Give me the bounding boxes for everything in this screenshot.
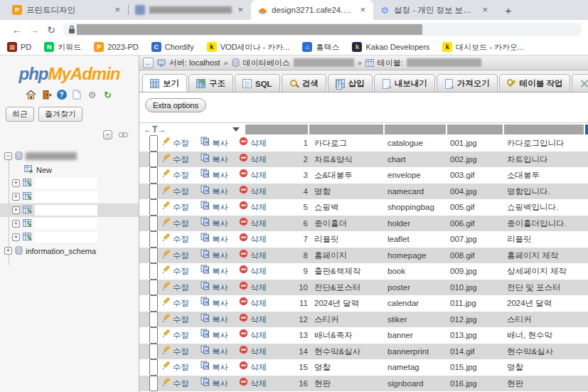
expand-node-icon[interactable]: + [12, 206, 20, 214]
reload-icon[interactable]: ↻ [43, 24, 60, 36]
delete-row-link[interactable]: 삭제 [239, 135, 267, 152]
phpmyadmin-logo[interactable]: phpMyAdmin [0, 64, 139, 84]
tree-table-node[interactable]: + [0, 231, 139, 244]
row-checkbox[interactable] [149, 376, 158, 392]
delete-row-link[interactable]: 삭제 [239, 184, 267, 200]
copy-row-link[interactable]: 복사 [201, 327, 228, 344]
docs-icon[interactable] [71, 89, 82, 100]
edit-row-link[interactable]: 수정 [161, 152, 189, 168]
delete-row-link[interactable]: 삭제 [239, 344, 267, 360]
copy-row-link[interactable]: 복사 [201, 216, 228, 232]
delete-row-link[interactable]: 삭제 [239, 167, 267, 184]
close-tab-icon[interactable]: × [481, 6, 489, 14]
expand-node-icon[interactable]: + [12, 179, 20, 187]
pma-tab-operations[interactable]: 테이블 작업 [499, 74, 571, 92]
delete-row-link[interactable]: 삭제 [239, 295, 267, 312]
row-checkbox[interactable] [149, 327, 158, 344]
collapse-node-icon[interactable]: − [4, 152, 12, 160]
edit-row-link[interactable]: 수정 [161, 184, 189, 200]
delete-row-link[interactable]: 삭제 [239, 152, 267, 168]
settings-icon[interactable]: ⚙ [87, 89, 98, 100]
back-icon[interactable]: ← [9, 24, 26, 36]
delete-row-link[interactable]: 삭제 [239, 248, 267, 264]
breadcrumb-server[interactable]: 서버: localhost [169, 58, 220, 68]
tree-new-table-node[interactable]: New [0, 163, 139, 176]
row-checkbox[interactable] [149, 152, 158, 168]
recent-tables-button[interactable]: 최근 [6, 107, 34, 122]
pma-tab-export[interactable]: 내보내기 [374, 74, 435, 92]
bookmark-item[interactable]: ⌂홈택스 [302, 42, 339, 53]
new-tab-button[interactable]: + [500, 1, 517, 18]
breadcrumb-table[interactable]: 테이블: [378, 58, 403, 68]
bookmark-item[interactable]: P2023-PD [94, 42, 138, 52]
pma-tab-structure[interactable]: 구조 [188, 74, 233, 92]
bookmark-item[interactable]: ▦PD [7, 42, 31, 52]
row-checkbox[interactable] [149, 184, 158, 200]
tree-table-node[interactable]: + [0, 190, 139, 203]
expand-node-icon[interactable]: + [12, 193, 20, 201]
url-input[interactable] [63, 23, 582, 36]
delete-row-link[interactable]: 삭제 [239, 376, 267, 392]
row-checkbox[interactable] [149, 248, 158, 264]
delete-row-link[interactable]: 삭제 [239, 216, 267, 232]
breadcrumb-back-icon[interactable]: ← [143, 58, 154, 68]
copy-row-link[interactable]: 복사 [201, 152, 228, 168]
edit-row-link[interactable]: 수정 [161, 359, 189, 376]
copy-row-link[interactable]: 복사 [201, 263, 228, 280]
copy-row-link[interactable]: 복사 [201, 135, 228, 152]
tree-table-node[interactable]: + [0, 217, 139, 231]
expand-node-icon[interactable]: + [12, 220, 20, 228]
edit-row-link[interactable]: 수정 [161, 167, 189, 184]
link-with-main-icon[interactable] [118, 128, 129, 141]
column-options-dropdown-icon[interactable] [232, 127, 240, 132]
delete-row-link[interactable]: 삭제 [239, 359, 267, 376]
pma-tab-browse[interactable]: 보기 [142, 74, 187, 92]
row-checkbox[interactable] [149, 312, 158, 328]
delete-row-link[interactable]: 삭제 [239, 312, 267, 328]
pma-tab-search[interactable]: 검색 [282, 74, 326, 92]
tree-table-node[interactable]: + [0, 203, 139, 217]
bookmark-item[interactable]: kVOD세미나 - 카카... [207, 42, 290, 53]
edit-row-link[interactable]: 수정 [161, 263, 189, 280]
row-checkbox[interactable] [149, 295, 158, 312]
refresh-icon[interactable]: ↻ [102, 89, 114, 100]
edit-row-link[interactable]: 수정 [161, 327, 189, 344]
row-checkbox[interactable] [149, 216, 158, 232]
row-checkbox[interactable] [149, 199, 158, 216]
tree-database-node-information-schema[interactable]: +information_schema [0, 244, 139, 258]
browser-tab[interactable]: × [129, 0, 251, 20]
pma-tab-insert[interactable]: 삽입 [328, 74, 373, 92]
delete-row-link[interactable]: 삭제 [239, 199, 267, 216]
row-checkbox[interactable] [149, 231, 158, 248]
pma-tab-import[interactable]: 가져오기 [437, 74, 498, 92]
row-checkbox[interactable] [149, 167, 158, 184]
expand-node-icon[interactable]: + [4, 247, 12, 255]
browser-tab[interactable]: ⚙설정 - 개인 정보 보호 및 보안× [373, 0, 496, 20]
row-checkbox[interactable] [149, 359, 158, 376]
forward-icon[interactable]: → [26, 24, 43, 36]
copy-row-link[interactable]: 복사 [201, 199, 228, 216]
logout-icon[interactable] [41, 89, 53, 100]
pma-tab-triggers[interactable]: 트리거 [572, 74, 588, 92]
pma-tab-sql[interactable]: SQL [235, 74, 280, 92]
delete-row-link[interactable]: 삭제 [239, 280, 267, 296]
close-tab-icon[interactable]: × [358, 6, 367, 14]
copy-row-link[interactable]: 복사 [201, 359, 228, 376]
home-icon[interactable] [26, 89, 37, 100]
copy-row-link[interactable]: 복사 [201, 295, 228, 312]
copy-row-link[interactable]: 복사 [201, 344, 228, 360]
row-checkbox[interactable] [149, 135, 158, 152]
help-icon[interactable]: ? [57, 90, 67, 100]
row-checkbox[interactable] [149, 280, 158, 296]
copy-row-link[interactable]: 복사 [201, 280, 228, 296]
row-checkbox[interactable] [149, 263, 158, 280]
tree-table-node[interactable]: + [0, 176, 139, 190]
copy-row-link[interactable]: 복사 [201, 231, 228, 248]
copy-row-link[interactable]: 복사 [201, 248, 228, 264]
delete-row-link[interactable]: 삭제 [239, 263, 267, 280]
row-checkbox[interactable] [149, 344, 158, 360]
edit-row-link[interactable]: 수정 [161, 312, 189, 328]
edit-row-link[interactable]: 수정 [161, 248, 189, 264]
edit-row-link[interactable]: 수정 [161, 280, 189, 296]
browser-tab[interactable]: P프린트디자인× [6, 0, 128, 20]
